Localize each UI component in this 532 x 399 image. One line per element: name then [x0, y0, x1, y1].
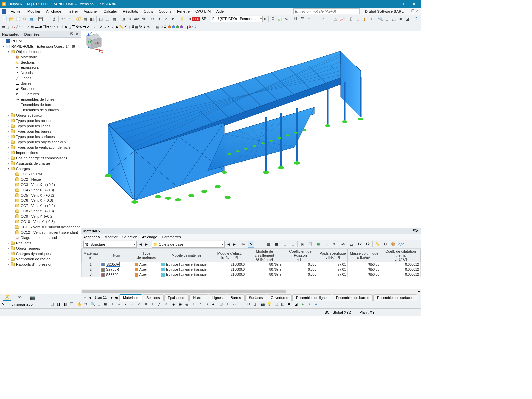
col-type[interactable]: Type de matériau	[133, 249, 160, 262]
panel-close-icon[interactable]: ✕	[75, 32, 79, 37]
bp-opts-icon[interactable]: ⚙	[382, 241, 389, 248]
maximize-button[interactable]: ☐	[397, 0, 408, 8]
b3-snap-perp-icon[interactable]: ⟂	[151, 302, 157, 308]
b3-render2-icon[interactable]: ●	[308, 302, 314, 308]
materials-table[interactable]: Matériau n° Nom Type de matériau Modèle …	[81, 249, 421, 289]
tree-group-3[interactable]: ›Types pour les barres	[0, 129, 81, 134]
bp-cursor-icon[interactable]: ↖	[248, 241, 254, 248]
extend-icon[interactable]: ⟶	[90, 25, 96, 29]
tab-ouvertures[interactable]: Ouvertures	[267, 294, 292, 301]
b3-view4-icon[interactable]: 4	[212, 302, 218, 308]
addon-2-icon[interactable]: ⬢	[172, 25, 175, 29]
tab-ensembles-de-surfaces[interactable]: Ensembles de surfaces	[373, 294, 417, 301]
imperfection-icon[interactable]: ∿	[147, 25, 150, 29]
col-g[interactable]: Module de cisaillement G [N/mm²]	[246, 249, 283, 262]
b3-wireframe-icon[interactable]: ⬚	[274, 302, 280, 308]
show-results-icon[interactable]: 📊	[277, 16, 283, 22]
b3-trans-render-icon[interactable]: ◪	[294, 302, 300, 308]
tree-base-8[interactable]: ⋯Ensembles de lignes	[0, 97, 81, 102]
b3-plane-yz-icon[interactable]: ◨	[57, 302, 63, 308]
menu-resultats[interactable]: Résultats	[120, 9, 141, 14]
b3-snap-point-icon[interactable]: •	[125, 302, 131, 308]
tree-tail-1[interactable]: ›Objets repères	[0, 246, 81, 251]
mdi-restore-button[interactable]: ❐	[411, 9, 415, 13]
max-min-icon[interactable]: ±	[368, 16, 374, 22]
block-manager-icon[interactable]: ⚙	[22, 16, 28, 22]
b3-show-icon[interactable]: ◈	[172, 302, 178, 308]
grid-icon[interactable]: ⊞	[120, 16, 126, 22]
b3-zoom-icon[interactable]: 🔍	[91, 302, 97, 308]
materials-hscrollbar[interactable]: ◀ ▶	[81, 289, 421, 294]
minimize-button[interactable]: ─	[385, 0, 397, 8]
panel-icon[interactable]: ◧	[89, 16, 95, 22]
menu-aide[interactable]: Aide	[214, 9, 226, 14]
tab-ensembles-de-lignes[interactable]: Ensembles de lignes	[292, 294, 332, 301]
vector-icon[interactable]: ↗	[319, 16, 325, 22]
tree-loadcase-9[interactable]: ›CC10 - Vent Y- (-0.3)	[0, 219, 81, 224]
mesh-gen-icon[interactable]: ⚙	[163, 25, 167, 29]
tree-root[interactable]: RFEM	[0, 38, 81, 44]
mirror-icon[interactable]: ⇋	[83, 25, 86, 29]
nav-mode-data-icon[interactable]: 🧭	[3, 295, 11, 301]
menu-fichier[interactable]: Fichier	[8, 9, 24, 14]
col-rho[interactable]: Masse volumique ρ [kg/m³]	[348, 249, 381, 262]
tab-barres[interactable]: Barres	[227, 294, 245, 301]
b3-light-icon[interactable]: 💡	[267, 302, 273, 308]
bp-color-icon[interactable]: 🎨	[390, 241, 397, 248]
tree-diag[interactable]: 📈Diagrammes de calcul	[0, 235, 81, 240]
tree-loadcase-4[interactable]: ›CC5 - Vent X- (+0.2)	[0, 193, 81, 198]
tree-tail-0[interactable]: ›Résultats	[0, 240, 81, 246]
check-icon[interactable]: ✔	[107, 25, 110, 29]
tree-group-1[interactable]: ›Types pour les nœuds	[0, 118, 81, 123]
tab-surfaces[interactable]: Surfaces	[245, 294, 266, 301]
b3-grid-on-icon[interactable]: ⊞	[220, 302, 226, 308]
addon-4-icon[interactable]: ⬢	[180, 25, 183, 29]
menu-fenetre[interactable]: Fenêtre	[174, 9, 192, 14]
more-load-icon[interactable]: …	[151, 25, 154, 29]
delete-red-icon[interactable]: ✖	[189, 25, 192, 29]
b3-snap-end-icon[interactable]: ○	[138, 302, 144, 308]
mdi-close-button[interactable]: ✕	[415, 9, 419, 13]
menu-calculer[interactable]: Calculer	[101, 9, 120, 14]
measure-icon[interactable]: 📏	[119, 25, 123, 29]
col-model[interactable]: Modèle de matériau	[160, 249, 213, 262]
tab-nœuds[interactable]: Nœuds	[189, 294, 208, 301]
tab-next-button[interactable]: ▶	[109, 296, 114, 299]
polyline-icon[interactable]: 〰	[19, 25, 23, 29]
tree-base-7[interactable]: ◘Ouvertures	[0, 91, 81, 97]
b3-snap-mid-icon[interactable]: ◦	[131, 302, 137, 308]
tab-sections[interactable]: Sections	[143, 294, 163, 301]
col-e[interactable]: Module d'élast. E [N/mm²]	[213, 249, 246, 262]
tree-group-5[interactable]: ›Types pour les objets spéciaux	[0, 139, 81, 145]
b3-hidden-icon[interactable]: ◫	[281, 302, 287, 308]
keyword-search-input[interactable]	[293, 8, 360, 14]
bp-prev1-button[interactable]: ◀	[138, 243, 143, 246]
b3-section-icon[interactable]: ⌷	[254, 302, 260, 308]
tree-group-7[interactable]: ›Imperfections	[0, 150, 81, 155]
bp-menu-params[interactable]: Paramètres	[162, 235, 181, 239]
clip-plane-icon[interactable]: ✂	[150, 16, 156, 22]
show-loads-icon[interactable]: ↧	[270, 16, 276, 22]
b3-snap-line-icon[interactable]: ╱	[158, 302, 164, 308]
col-name[interactable]: Nom	[100, 249, 133, 262]
line-icon[interactable]: ╱	[16, 25, 18, 29]
menu-affichage[interactable]: Affichage	[43, 9, 64, 14]
transparency-icon[interactable]: ◪	[404, 16, 410, 22]
pin-icon[interactable]: ⇱	[69, 32, 74, 37]
section-result-icon[interactable]: ⌷	[348, 16, 354, 22]
col-nu[interactable]: Coefficient de Poisson ν [-]	[283, 249, 318, 262]
tab-prev-button[interactable]: ◀	[87, 296, 92, 299]
tree-tail-2[interactable]: ›Charges dynamiques	[0, 251, 81, 256]
b3-snap-int-icon[interactable]: ✕	[145, 302, 151, 308]
calc-icon[interactable]: ⚡	[179, 16, 185, 22]
circle-icon[interactable]: ○	[27, 25, 30, 29]
isoline-icon[interactable]: ≡	[306, 16, 312, 22]
tree-base-5[interactable]: ›▬Barres	[0, 81, 81, 86]
bp-export-icon[interactable]: ⇧	[331, 241, 337, 248]
tree-base-4[interactable]: ›╱Lignes	[0, 75, 81, 81]
b3-zoom-win-icon[interactable]: ⊡	[97, 302, 103, 308]
angle-icon[interactable]: ∡	[124, 25, 127, 29]
tree-loadcase-8[interactable]: ›CC9 - Vent Y- (+0.2)	[0, 214, 81, 219]
tree-loadcase-11[interactable]: ›CC12 - Vent sur l'auvent ascendant	[0, 230, 81, 235]
view-cube[interactable]: +Y -X	[81, 31, 103, 51]
